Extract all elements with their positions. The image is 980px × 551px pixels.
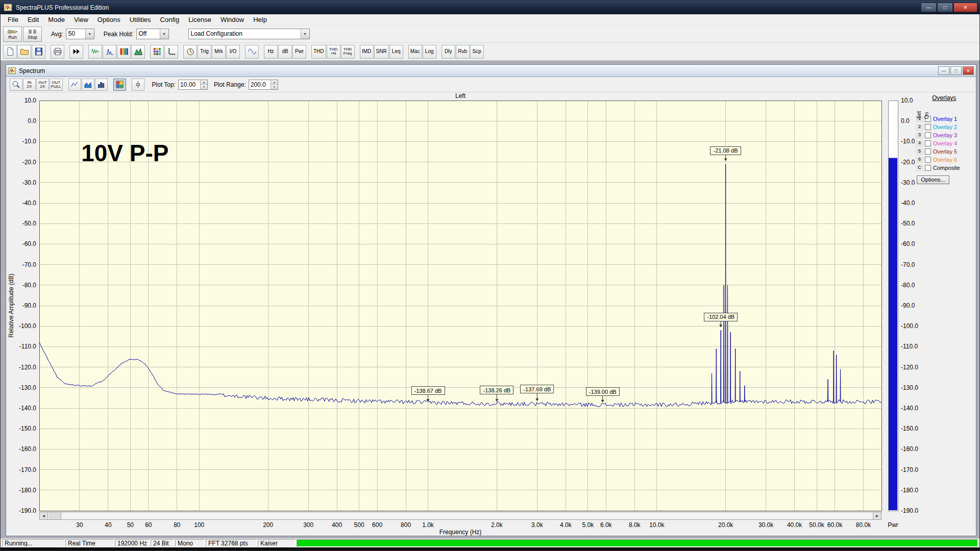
combo-arrow-icon[interactable]: ▼ <box>301 29 309 39</box>
power-meter-fill <box>889 158 897 510</box>
save-button[interactable] <box>32 45 45 59</box>
menu-license[interactable]: License <box>184 15 216 24</box>
transport-toolbar: Run Stop Avg: 50 ▼ Peak Hold: Off ▼ Load… <box>1 26 979 43</box>
status-bit-depth: 24 Bit <box>151 539 174 547</box>
overlay-set-button-6[interactable]: 6 <box>916 157 923 163</box>
spectrum-view-button[interactable] <box>103 45 116 59</box>
menu-utilities[interactable]: Utilities <box>125 15 156 24</box>
power-meter-label: Pwr <box>888 521 898 529</box>
overlay-set-button-C[interactable]: C <box>916 165 923 171</box>
plot-range-up-icon[interactable]: ▲ <box>271 80 278 85</box>
scp-button[interactable]: Scp <box>470 45 484 59</box>
overlay-on-checkbox-6[interactable] <box>925 157 931 163</box>
snr-button[interactable]: SNR <box>374 45 389 59</box>
mdi-area: Spectrum —□✕ IN2XOUT2XOUTFULL Plot Top: … <box>1 61 979 538</box>
overlay-set-button-2[interactable]: 2 <box>916 124 923 131</box>
spectrogram-view-button[interactable] <box>117 45 131 59</box>
mac-button[interactable]: Mac <box>408 45 422 59</box>
menu-edit[interactable]: Edit <box>23 15 43 24</box>
trig-button[interactable]: Trig <box>198 45 211 59</box>
overlay-on-checkbox-3[interactable] <box>925 132 931 138</box>
svg-text:-70.0: -70.0 <box>901 261 915 268</box>
open-file-button[interactable] <box>17 45 31 59</box>
dly-button[interactable]: Dly <box>442 45 455 59</box>
palette-button[interactable] <box>150 45 164 59</box>
avg-combobox[interactable]: 50 ▼ <box>66 29 94 39</box>
marker-slider-button[interactable] <box>132 79 144 91</box>
thd-n-button[interactable]: THD+N <box>327 45 340 59</box>
mrk-button[interactable]: Mrk <box>212 45 226 59</box>
hz-button[interactable]: Hz <box>264 45 278 59</box>
combo-arrow-icon[interactable]: ▼ <box>160 29 168 39</box>
plot-range-down-icon[interactable]: ▼ <box>271 85 278 89</box>
menu-window[interactable]: Window <box>216 15 249 24</box>
new-file-button[interactable] <box>3 45 17 59</box>
generator-button[interactable] <box>245 45 259 59</box>
scroll-right-icon[interactable]: ► <box>873 512 881 519</box>
maximize-button[interactable]: □ <box>937 3 953 12</box>
zoom-in-2x-button[interactable]: IN2X <box>23 79 36 91</box>
bar-plot-button[interactable] <box>95 79 108 91</box>
status-mode: Real Time <box>65 539 114 547</box>
plot-top-down-icon[interactable]: ▼ <box>201 85 207 89</box>
status-fft-size: FFT 32768 pts <box>206 539 257 547</box>
thd-button[interactable]: THD <box>311 45 326 59</box>
overlay-on-checkbox-4[interactable] <box>925 140 931 146</box>
run-button[interactable]: Run <box>3 27 22 42</box>
rvb-button[interactable]: Rvb <box>456 45 470 59</box>
trigger-clock-button[interactable] <box>183 45 197 59</box>
time-series-view-button[interactable] <box>88 45 102 59</box>
close-button[interactable]: ✕ <box>963 66 974 75</box>
overlay-on-checkbox-5[interactable] <box>925 148 931 155</box>
db-button[interactable]: dB <box>278 45 292 59</box>
plot-top-spinner[interactable]: 10.00 ▲▼ <box>178 80 208 90</box>
load-configuration-combobox[interactable]: Load Configuration ▼ <box>188 29 310 39</box>
combo-arrow-icon[interactable]: ▼ <box>85 29 94 39</box>
peak-hold-combobox[interactable]: Off ▼ <box>136 29 169 39</box>
fast-forward-button[interactable] <box>69 45 83 59</box>
overlay-set-button-4[interactable]: 4 <box>916 140 923 147</box>
filled-plot-button[interactable] <box>82 79 94 91</box>
overlay-on-checkbox-C[interactable] <box>925 165 931 171</box>
zoom-button[interactable] <box>10 79 22 91</box>
plot-top-up-icon[interactable]: ▲ <box>201 80 207 85</box>
maximize-button[interactable]: □ <box>950 66 962 75</box>
zoom-out-2x-button[interactable]: OUT2X <box>36 79 49 91</box>
io-button[interactable]: I/O <box>226 45 240 59</box>
thd-freq-button[interactable]: THDFreq <box>341 45 355 59</box>
scroll-left-icon[interactable]: ◄ <box>40 512 48 519</box>
overlay-set-button-3[interactable]: 3 <box>916 132 923 139</box>
line-plot-button[interactable] <box>68 79 81 91</box>
menu-config[interactable]: Config <box>156 15 184 24</box>
print-button[interactable] <box>51 45 64 59</box>
minimize-button[interactable]: — <box>921 3 937 12</box>
imd-button[interactable]: IMD <box>360 45 374 59</box>
leq-button[interactable]: Leq <box>389 45 403 59</box>
plot-horizontal-scrollbar[interactable]: ◄ ► <box>39 512 881 520</box>
pwr-button[interactable]: Pwr <box>292 45 306 59</box>
scaling-button[interactable] <box>164 45 178 59</box>
zoom-out-full-button[interactable]: OUTFULL <box>50 79 63 91</box>
spectrum-toolbar-buttons: IN2XOUT2XOUTFULL <box>10 79 145 91</box>
spectrum-plot[interactable]: -21.08 dB-102.04 dB-138.67 dB-138.26 dB-… <box>6 92 976 536</box>
stop-button[interactable]: Stop <box>23 27 42 42</box>
log-button[interactable]: Log <box>423 45 436 59</box>
close-button[interactable]: ✕ <box>953 3 977 12</box>
overlay-set-button-5[interactable]: 5 <box>916 148 923 155</box>
menu-view[interactable]: View <box>69 15 93 24</box>
surface-view-button[interactable] <box>131 45 145 59</box>
overlay-on-checkbox-2[interactable] <box>925 124 931 130</box>
menu-help[interactable]: Help <box>249 15 272 24</box>
overlays-options-button[interactable]: Options... <box>917 176 949 184</box>
svg-text:-139.00 dB: -139.00 dB <box>589 389 617 395</box>
palette-grid-button[interactable] <box>113 79 126 91</box>
scrollbar-thumb[interactable] <box>48 512 61 519</box>
svg-text:800: 800 <box>401 521 411 529</box>
svg-text:50.0k: 50.0k <box>809 521 824 529</box>
minimize-button[interactable]: — <box>938 66 949 75</box>
menu-mode[interactable]: Mode <box>43 15 69 24</box>
menu-options[interactable]: Options <box>93 15 125 24</box>
spectrum-window-title: Spectrum <box>19 67 937 74</box>
menu-file[interactable]: File <box>3 15 23 24</box>
plot-range-spinner[interactable]: 200.0 ▲▼ <box>249 80 278 90</box>
